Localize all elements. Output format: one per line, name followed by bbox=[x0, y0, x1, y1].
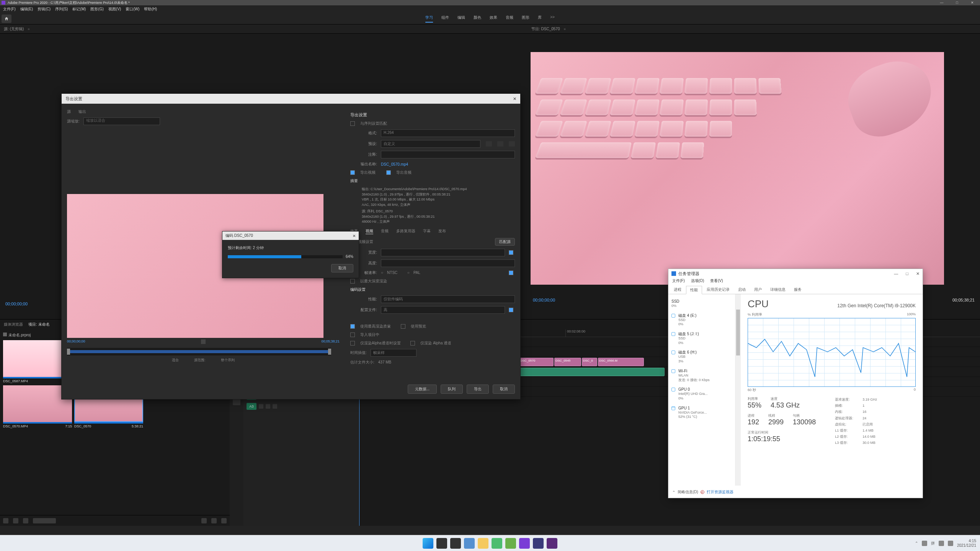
export-video-checkbox[interactable] bbox=[350, 170, 355, 175]
export-tab-audio[interactable]: 音频 bbox=[381, 228, 389, 234]
export-tab-captions[interactable]: 字幕 bbox=[423, 228, 431, 234]
max-depth-checkbox[interactable] bbox=[350, 279, 355, 284]
tm-tab-users[interactable]: 用户 bbox=[750, 286, 766, 294]
performance-select[interactable]: 仅软件编码 bbox=[381, 295, 515, 303]
timeline-clip[interactable]: DSC_0570 bbox=[519, 358, 554, 366]
output-name-link[interactable]: DSC_0570.mp4 bbox=[381, 162, 408, 166]
export-range-select[interactable]: 整个序列 bbox=[221, 358, 235, 363]
menu-marker[interactable]: 标记(M) bbox=[72, 7, 86, 12]
save-preset-icon[interactable] bbox=[486, 141, 492, 147]
tm-tab-processes[interactable]: 进程 bbox=[670, 286, 685, 294]
export-audio-checkbox[interactable] bbox=[386, 170, 391, 175]
start-button[interactable] bbox=[423, 538, 433, 549]
zoom-slider[interactable] bbox=[33, 518, 56, 523]
menu-window[interactable]: 窗口(W) bbox=[126, 7, 139, 12]
workspace-graphics[interactable]: 图形 bbox=[522, 15, 529, 23]
taskview-icon[interactable] bbox=[450, 538, 461, 549]
workspace-assembly[interactable]: 组件 bbox=[441, 15, 449, 23]
menu-help[interactable]: 帮助(H) bbox=[144, 7, 157, 12]
tm-resmon-link[interactable]: 打开资源监视器 bbox=[707, 489, 733, 495]
system-clock[interactable]: 4:15 2021/12/21 bbox=[957, 539, 976, 548]
ntsc-radio[interactable]: NTSC bbox=[387, 271, 397, 275]
menu-graphics[interactable]: 图形(G) bbox=[90, 7, 103, 12]
program-tab-menu[interactable]: ≡ bbox=[564, 27, 565, 31]
ime-indicator[interactable]: 拼 bbox=[931, 541, 935, 546]
workspace-color[interactable]: 颜色 bbox=[474, 15, 481, 23]
track-a3[interactable]: A3 bbox=[247, 403, 256, 410]
volume-icon[interactable] bbox=[948, 541, 953, 546]
wifi-icon[interactable] bbox=[939, 541, 944, 546]
app-ae-icon[interactable] bbox=[533, 538, 544, 549]
tm-item-gpu0[interactable]: GPU 0Intel(R) UHD Gra...0% bbox=[670, 385, 733, 403]
export-range-bar[interactable] bbox=[67, 348, 331, 355]
app-generic-icon[interactable] bbox=[519, 538, 530, 549]
alpha-checkbox[interactable] bbox=[410, 341, 415, 346]
export-left-tab-source[interactable]: 源 bbox=[67, 109, 71, 114]
export-tab-publish[interactable]: 发布 bbox=[438, 228, 446, 234]
tab-media-browser[interactable]: 媒体浏览器 bbox=[4, 322, 23, 327]
program-tab[interactable]: 节目: DSC_0570 bbox=[531, 26, 560, 32]
workspace-library[interactable]: 库 bbox=[538, 15, 542, 23]
tm-item-disk5[interactable]: 磁盘 5 (J: I:)SSD0% bbox=[670, 329, 733, 347]
play-icon[interactable] bbox=[201, 339, 206, 344]
timeline-clip[interactable]: DSC_0566.M bbox=[598, 358, 644, 366]
menu-file[interactable]: 文件(F) bbox=[3, 7, 16, 12]
close-button[interactable]: ✕ bbox=[965, 0, 980, 5]
height-input[interactable] bbox=[381, 259, 515, 267]
import-checkbox[interactable] bbox=[350, 333, 355, 337]
freeform-view-icon[interactable] bbox=[23, 518, 28, 523]
tm-scrollbar[interactable] bbox=[735, 294, 741, 486]
pal-radio[interactable]: PAL bbox=[413, 271, 420, 275]
chevron-up-icon[interactable]: ⌃ bbox=[672, 490, 675, 494]
format-select[interactable]: H.264 bbox=[381, 129, 515, 137]
workspace-audio[interactable]: 音频 bbox=[506, 15, 513, 23]
encoding-close-icon[interactable]: ✕ bbox=[353, 234, 356, 238]
profile-select[interactable]: 高 bbox=[381, 306, 505, 314]
app-premiere-icon[interactable] bbox=[547, 538, 557, 549]
match-source-button[interactable]: 匹配源 bbox=[495, 238, 515, 246]
source-scale-select[interactable]: 缩放以适合 bbox=[83, 117, 160, 125]
delete-preset-icon[interactable] bbox=[509, 141, 515, 147]
export-left-tab-output[interactable]: 输出 bbox=[78, 109, 86, 114]
menu-clip[interactable]: 剪辑(C) bbox=[38, 7, 51, 12]
menu-view[interactable]: 视图(V) bbox=[108, 7, 121, 12]
queue-button[interactable]: 队列 bbox=[441, 385, 463, 394]
max-quality-checkbox[interactable] bbox=[350, 324, 355, 329]
tab-project[interactable]: 项目: 未命名 bbox=[28, 322, 50, 327]
tm-menu-file[interactable]: 文件(F) bbox=[672, 278, 685, 286]
timeline-clip[interactable]: DSC_0 bbox=[582, 358, 597, 366]
onedrive-icon[interactable] bbox=[922, 541, 927, 546]
encoding-cancel-button[interactable]: 取消 bbox=[331, 264, 353, 272]
export-close-icon[interactable]: ✕ bbox=[513, 96, 516, 101]
tm-tab-performance[interactable]: 性能 bbox=[686, 286, 702, 294]
minimize-button[interactable]: — bbox=[934, 0, 949, 5]
export-cancel-button[interactable]: 取消 bbox=[493, 385, 515, 394]
match-sequence-checkbox[interactable] bbox=[350, 121, 355, 126]
profile-lock[interactable] bbox=[509, 308, 513, 312]
use-preview-checkbox[interactable] bbox=[401, 324, 405, 329]
tm-item-disk4[interactable]: 磁盘 4 (E:)SSD0% bbox=[670, 311, 733, 329]
app-aida-icon[interactable] bbox=[505, 538, 516, 549]
search-icon[interactable] bbox=[436, 538, 447, 549]
timeline-clip[interactable]: DSC_0545 bbox=[554, 358, 581, 366]
export-tab-video[interactable]: 视频 bbox=[366, 228, 373, 234]
preset-select[interactable]: 自定义 bbox=[381, 140, 480, 148]
taskmgr-close[interactable]: ✕ bbox=[916, 271, 920, 276]
metadata-button[interactable]: 元数据... bbox=[408, 385, 437, 394]
menu-sequence[interactable]: 序列(S) bbox=[55, 7, 68, 12]
time-interp-select[interactable]: 帧采样 bbox=[371, 349, 416, 357]
width-input[interactable] bbox=[381, 249, 505, 256]
tm-brief-link[interactable]: 简略信息(D) bbox=[678, 489, 698, 495]
tm-tab-history[interactable]: 应用历史记录 bbox=[703, 286, 733, 294]
tm-item-ssd[interactable]: SSD0% bbox=[670, 297, 733, 311]
tm-item-disk6[interactable]: 磁盘 6 (H:)USB3% bbox=[670, 347, 733, 366]
export-fit[interactable]: 适合 bbox=[172, 358, 179, 363]
source-tab[interactable]: 源: (无剪辑) bbox=[4, 26, 24, 32]
tray-chevron-icon[interactable]: ⌃ bbox=[915, 541, 918, 545]
trash-icon[interactable] bbox=[221, 518, 227, 523]
tm-menu-view[interactable]: 查看(V) bbox=[710, 278, 723, 286]
taskmgr-minimize[interactable]: — bbox=[894, 271, 898, 276]
list-view-icon[interactable] bbox=[3, 518, 8, 523]
maximize-button[interactable]: □ bbox=[949, 0, 965, 5]
fr-lock[interactable] bbox=[509, 271, 513, 275]
